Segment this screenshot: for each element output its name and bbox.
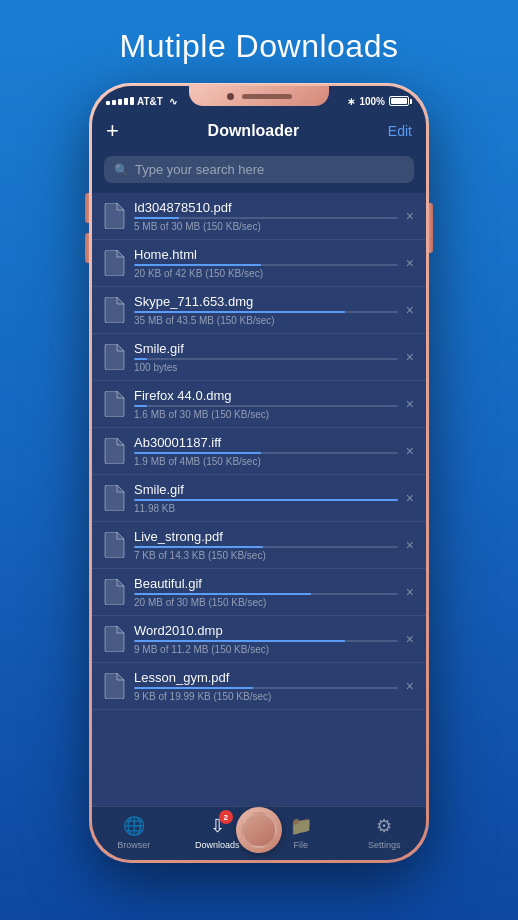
- list-item[interactable]: Smile.gif 100 bytes ×: [92, 334, 426, 381]
- wifi-icon: ∿: [169, 96, 177, 107]
- file-icon: [104, 391, 126, 417]
- file-progress: 5 MB of 30 MB (150 KB/sec): [134, 217, 398, 232]
- file-icon: [104, 673, 126, 699]
- file-info: Word2010.dmp 9 MB of 11.2 MB (150 KB/sec…: [134, 623, 398, 655]
- home-button[interactable]: [236, 807, 282, 853]
- phone-shell: AT&T ∿ 4:21 PM ∗ 100% +: [89, 83, 429, 863]
- nav-bar: + Downloader Edit: [92, 112, 426, 150]
- battery-percent: 100%: [359, 96, 385, 107]
- gear-icon: ⚙: [376, 815, 392, 837]
- file-close-button[interactable]: ×: [406, 584, 414, 600]
- page-title: Mutiple Downloads: [120, 28, 399, 65]
- file-progress: 100 bytes: [134, 358, 398, 373]
- status-right: ∗ 100%: [347, 96, 412, 107]
- add-button[interactable]: +: [106, 120, 119, 142]
- file-close-button[interactable]: ×: [406, 302, 414, 318]
- file-close-button[interactable]: ×: [406, 631, 414, 647]
- file-name: Word2010.dmp: [134, 623, 398, 638]
- file-info: Lesson_gym.pdf 9 KB of 19.99 KB (150 KB/…: [134, 670, 398, 702]
- file-close-button[interactable]: ×: [406, 490, 414, 506]
- status-left: AT&T ∿: [106, 96, 177, 107]
- file-icon: [104, 626, 126, 652]
- edit-button[interactable]: Edit: [388, 123, 412, 139]
- volume-down-button: [85, 233, 89, 263]
- file-name: Smile.gif: [134, 482, 398, 497]
- tab-settings[interactable]: ⚙ Settings: [343, 807, 427, 860]
- file-info: Ab30001187.iff 1.9 MB of 4MB (150 KB/sec…: [134, 435, 398, 467]
- file-info: Skype_711.653.dmg 35 MB of 43.5 MB (150 …: [134, 294, 398, 326]
- file-close-button[interactable]: ×: [406, 255, 414, 271]
- file-size: 35 MB of 43.5 MB (150 KB/sec): [134, 315, 398, 326]
- file-info: Smile.gif 11.98 KB: [134, 482, 398, 514]
- file-name: Home.html: [134, 247, 398, 262]
- file-size: 100 bytes: [134, 362, 398, 373]
- file-info: Firefox 44.0.dmg 1.6 MB of 30 MB (150 KB…: [134, 388, 398, 420]
- file-icon: [104, 485, 126, 511]
- file-name: Skype_711.653.dmg: [134, 294, 398, 309]
- file-icon: [104, 532, 126, 558]
- file-close-button[interactable]: ×: [406, 537, 414, 553]
- list-item[interactable]: Home.html 20 KB of 42 KB (150 KB/sec) ×: [92, 240, 426, 287]
- home-button-inner: [241, 812, 277, 848]
- nav-title: Downloader: [208, 122, 300, 140]
- file-icon: [104, 344, 126, 370]
- list-item[interactable]: Ab30001187.iff 1.9 MB of 4MB (150 KB/sec…: [92, 428, 426, 475]
- carrier-label: AT&T: [137, 96, 163, 107]
- file-close-button[interactable]: ×: [406, 678, 414, 694]
- tab-browser[interactable]: 🌐 Browser: [92, 807, 176, 860]
- file-icon: [104, 297, 126, 323]
- phone-screen: AT&T ∿ 4:21 PM ∗ 100% +: [92, 86, 426, 860]
- globe-icon: 🌐: [123, 815, 145, 837]
- list-item[interactable]: Word2010.dmp 9 MB of 11.2 MB (150 KB/sec…: [92, 616, 426, 663]
- file-progress: 11.98 KB: [134, 499, 398, 514]
- side-button: [429, 203, 433, 253]
- tab-label: Browser: [117, 840, 150, 850]
- file-close-button[interactable]: ×: [406, 396, 414, 412]
- list-item[interactable]: Skype_711.653.dmg 35 MB of 43.5 MB (150 …: [92, 287, 426, 334]
- file-name: Smile.gif: [134, 341, 398, 356]
- file-progress: 35 MB of 43.5 MB (150 KB/sec): [134, 311, 398, 326]
- file-name: Beautiful.gif: [134, 576, 398, 591]
- signal-strength: [106, 97, 134, 105]
- list-item[interactable]: Beautiful.gif 20 MB of 30 MB (150 KB/sec…: [92, 569, 426, 616]
- file-info: Beautiful.gif 20 MB of 30 MB (150 KB/sec…: [134, 576, 398, 608]
- file-close-button[interactable]: ×: [406, 349, 414, 365]
- list-item[interactable]: Id304878510.pdf 5 MB of 30 MB (150 KB/se…: [92, 193, 426, 240]
- search-placeholder: Type your search here: [135, 162, 264, 177]
- search-input-wrap[interactable]: 🔍 Type your search here: [104, 156, 414, 183]
- file-progress: 20 KB of 42 KB (150 KB/sec): [134, 264, 398, 279]
- list-item[interactable]: Lesson_gym.pdf 9 KB of 19.99 KB (150 KB/…: [92, 663, 426, 710]
- file-size: 9 MB of 11.2 MB (150 KB/sec): [134, 644, 398, 655]
- file-info: Smile.gif 100 bytes: [134, 341, 398, 373]
- file-size: 5 MB of 30 MB (150 KB/sec): [134, 221, 398, 232]
- file-info: Live_strong.pdf 7 KB of 14.3 KB (150 KB/…: [134, 529, 398, 561]
- file-name: Lesson_gym.pdf: [134, 670, 398, 685]
- download-icon: ⇩2: [210, 815, 225, 837]
- tab-badge: 2: [219, 810, 233, 824]
- list-item[interactable]: Smile.gif 11.98 KB ×: [92, 475, 426, 522]
- file-info: Id304878510.pdf 5 MB of 30 MB (150 KB/se…: [134, 200, 398, 232]
- list-item[interactable]: Firefox 44.0.dmg 1.6 MB of 30 MB (150 KB…: [92, 381, 426, 428]
- file-size: 1.6 MB of 30 MB (150 KB/sec): [134, 409, 398, 420]
- screen-content: AT&T ∿ 4:21 PM ∗ 100% +: [92, 86, 426, 860]
- file-progress: 1.9 MB of 4MB (150 KB/sec): [134, 452, 398, 467]
- list-item[interactable]: Live_strong.pdf 7 KB of 14.3 KB (150 KB/…: [92, 522, 426, 569]
- file-progress: 9 KB of 19.99 KB (150 KB/sec): [134, 687, 398, 702]
- search-icon: 🔍: [114, 163, 129, 177]
- file-size: 1.9 MB of 4MB (150 KB/sec): [134, 456, 398, 467]
- file-size: 7 KB of 14.3 KB (150 KB/sec): [134, 550, 398, 561]
- battery-icon: [389, 96, 412, 106]
- file-progress: 9 MB of 11.2 MB (150 KB/sec): [134, 640, 398, 655]
- file-info: Home.html 20 KB of 42 KB (150 KB/sec): [134, 247, 398, 279]
- file-progress: 1.6 MB of 30 MB (150 KB/sec): [134, 405, 398, 420]
- file-progress: 20 MB of 30 MB (150 KB/sec): [134, 593, 398, 608]
- tab-label: Downloads: [195, 840, 240, 850]
- file-close-button[interactable]: ×: [406, 208, 414, 224]
- file-icon: [104, 203, 126, 229]
- folder-icon: 📁: [290, 815, 312, 837]
- file-list: Id304878510.pdf 5 MB of 30 MB (150 KB/se…: [92, 193, 426, 806]
- file-name: Id304878510.pdf: [134, 200, 398, 215]
- tab-label: Settings: [368, 840, 401, 850]
- file-icon: [104, 579, 126, 605]
- file-close-button[interactable]: ×: [406, 443, 414, 459]
